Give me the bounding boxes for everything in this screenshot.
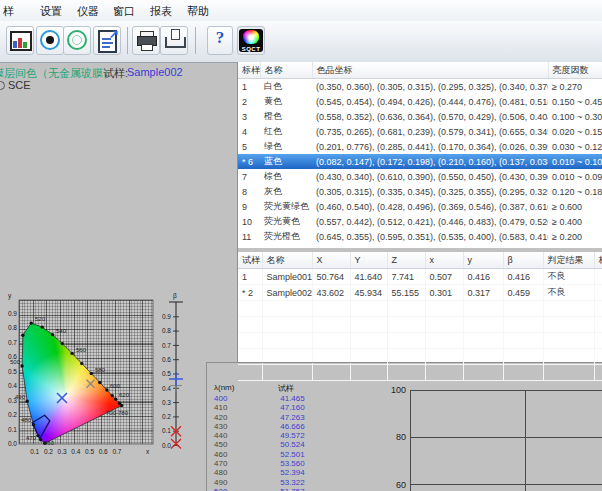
svg-text:0.2: 0.2 [8,411,17,418]
reflectance-value: 49.572 [280,431,304,440]
samples-column-header: Y [350,252,387,269]
samples-column-header: 试样 [238,252,262,269]
standard-coordinates: (0.558, 0.352), (0.636, 0.364), (0.570, … [312,109,548,124]
sqct-logo-button[interactable]: SQCT [237,26,265,55]
standard-luminance-factor: 0.150 ~ 0.450 [548,94,602,109]
standard-coordinates: (0.430, 0.340), (0.610, 0.390), (0.550, … [312,169,548,184]
standards-table-row[interactable]: 2 黄色 (0.545, 0.454), (0.494, 0.426), (0.… [238,94,602,109]
spectral-row: 450 50.524 [214,440,374,449]
svg-text:0.4: 0.4 [71,448,80,455]
standard-coordinates: (0.545, 0.454), (0.494, 0.426), (0.444, … [312,94,548,109]
standards-table-row[interactable]: 9 荧光黄绿色 (0.460, 0.540), (0.428, 0.496), … [238,199,602,214]
standard-coordinates: (0.201, 0.776), (0.285, 0.441), (0.170, … [312,139,548,154]
sample-id: 1 [238,269,262,285]
question-mark-icon: ? [208,28,232,48]
beta-marker-sample001 [170,380,182,392]
target-circle-icon [40,30,60,50]
sample-id: * 2 [238,285,262,301]
menu-item-partial[interactable]: 样 [3,4,14,19]
svg-text:0.3: 0.3 [162,399,171,406]
svg-text:0.5: 0.5 [162,370,171,377]
samples-column-header: y [463,252,503,269]
chart-vertical-gridline [525,390,526,491]
menu-item-help[interactable]: 帮助 [187,4,209,19]
wavelength-value: 490 [214,478,278,487]
svg-text:0.9: 0.9 [8,310,17,317]
samples-column-header: 判定结果 [543,252,594,269]
standards-table-row[interactable]: 1 白色 (0.350, 0.360), (0.305, 0.315), (0.… [238,79,602,95]
standard-coordinates: (0.460, 0.540), (0.428, 0.496), (0.369, … [312,199,548,214]
menu-item-window[interactable]: 窗口 [113,4,135,19]
standard-name: 棕色 [260,169,312,184]
standard-coordinates: (0.645, 0.355), (0.595, 0.351), (0.535, … [312,229,548,244]
spectral-row: 480 52.394 [214,468,374,477]
spectral-row: 410 47.160 [214,403,374,412]
samples-column-header: β [503,252,543,269]
wavelength-value: 410 [214,403,278,412]
help-button[interactable]: ? [207,26,233,55]
svg-text:0.4: 0.4 [8,382,17,389]
standards-column-header: 色品坐标 [312,62,548,79]
print-button[interactable] [132,26,160,55]
svg-text:0.0: 0.0 [8,440,17,447]
beta-scale: β 0.9 0.8 0.7 0.6 0.5 0.4 0.3 0.2 0.1 0.… [162,292,183,449]
chart-gridline-80 [410,437,602,438]
chart-view-button[interactable] [6,26,34,55]
toolbar-separator [195,27,196,54]
standard-id: 5 [238,139,260,154]
standards-table-row[interactable]: 5 绿色 (0.201, 0.776), (0.285, 0.441), (0.… [238,139,602,154]
menu-item-instrument[interactable]: 仪器 [77,4,99,19]
reflectance-value: 47.160 [280,403,304,412]
y-axis-ticks: 0.9 0.8 0.7 0.6 0.5 0.4 0.3 0.2 0.1 0.0 [8,310,17,448]
standards-column-header: 亮度因数 [548,62,602,79]
bar-chart-icon [10,31,32,51]
spectral-row: 430 46.666 [214,422,374,431]
samples-table-row[interactable]: * 2 Sample002 43.602 45.934 55.155 0.301… [238,285,602,301]
measure-standard-button[interactable] [36,26,64,55]
save-output-button[interactable] [160,26,188,55]
standards-table-row[interactable]: 8 灰色 (0.305, 0.315), (0.335, 0.345), (0.… [238,184,602,199]
sample-Z: 55.155 [387,285,425,301]
sample-name: Sample002 [262,285,312,301]
y-tick-100: 100 [380,385,406,395]
svg-text:0.6: 0.6 [8,353,17,360]
samples-column-header: 名称 [262,252,312,269]
standards-table: 标样名称色品坐标亮度因数 1 白色 (0.350, 0.360), (0.305… [238,62,602,244]
menu-bar: 样 设置 仪器 窗口 报表 帮助 [0,0,602,22]
svg-text:0.3: 0.3 [8,397,17,404]
svg-text:0.6: 0.6 [162,356,171,363]
svg-text:0.7: 0.7 [8,339,17,346]
svg-text:0.9: 0.9 [162,313,171,320]
samples-table-row[interactable]: 1 Sample001 50.764 41.640 7.741 0.507 0.… [238,269,602,285]
svg-text:0.8: 0.8 [8,324,17,331]
standards-table-row[interactable]: 10 荧光黄色 (0.557, 0.442), (0.512, 0.421), … [238,214,602,229]
standards-table-row[interactable]: 3 橙色 (0.558, 0.352), (0.636, 0.364), (0.… [238,109,602,124]
sample-judgement: 不良 [543,285,594,301]
standards-table-row[interactable]: 7 棕色 (0.430, 0.340), (0.610, 0.390), (0.… [238,169,602,184]
sample-standard [594,285,602,301]
report-export-icon: ↗ [98,30,117,53]
wavelength-value: 480 [214,468,278,477]
svg-text:0.5: 0.5 [8,368,17,375]
measure-sample-button[interactable] [63,26,91,55]
standard-luminance-factor: ≥ 0.600 [548,199,602,214]
standards-table-row[interactable]: 4 红色 (0.735, 0.265), (0.681, 0.239), (0.… [238,124,602,139]
sample-beta: 0.416 [503,269,543,285]
standards-table-row[interactable]: * 6 蓝色 (0.082, 0.147), (0.172, 0.198), (… [238,154,602,169]
standards-table-row[interactable]: 11 荧光橙色 (0.645, 0.355), (0.595, 0.351), … [238,229,602,244]
menu-item-settings[interactable]: 设置 [40,4,62,19]
sample-X: 43.602 [312,285,350,301]
reflectance-value: 52.501 [280,450,304,459]
sample-X: 50.764 [312,269,350,285]
svg-text:0.1: 0.1 [8,426,17,433]
x-axis-ticks: 0.1 0.2 0.3 0.4 0.5 0.6 0.7 [30,448,122,455]
menu-item-report[interactable]: 报表 [150,4,172,19]
chart-gridline-60 [410,484,602,485]
svg-text:0.6: 0.6 [99,448,108,455]
sample-name-value: Sample002 [127,66,183,78]
wavelength-value: 500 [214,487,278,491]
standard-id: 2 [238,94,260,109]
export-report-button[interactable]: ↗ [93,26,121,55]
sample-Y: 45.934 [350,285,387,301]
standard-id: 10 [238,214,260,229]
